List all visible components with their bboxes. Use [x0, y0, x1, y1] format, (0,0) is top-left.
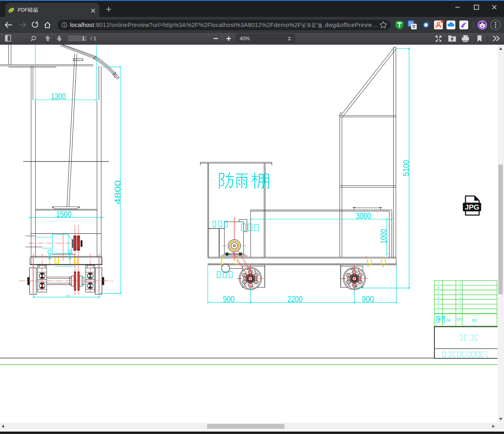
svg-text:6: 6 [437, 286, 439, 290]
svg-text:3000: 3000 [356, 211, 371, 221]
svg-text:1: 1 [459, 291, 461, 294]
svg-text:4: 4 [437, 296, 439, 299]
svg-text:1: 1 [459, 310, 461, 313]
svg-text:4800: 4800 [113, 180, 122, 204]
svg-text:1435: 1435 [65, 294, 70, 297]
svg-text:7: 7 [437, 282, 439, 285]
svg-text:900: 900 [223, 294, 235, 304]
svg-text:JPG: JPG [465, 204, 479, 211]
svg-text:1: 1 [437, 310, 439, 313]
svg-text:1: 1 [459, 286, 461, 290]
svg-text:900: 900 [362, 294, 374, 304]
svg-text:1: 1 [459, 300, 461, 304]
svg-text:1: 1 [459, 296, 461, 299]
svg-text:2: 2 [437, 305, 439, 309]
svg-text:1000: 1000 [379, 229, 388, 244]
svg-text:1300: 1300 [51, 91, 66, 101]
svg-text:3: 3 [437, 300, 439, 304]
svg-text:5100: 5100 [401, 160, 410, 176]
svg-text:1: 1 [459, 305, 461, 309]
svg-text:1500: 1500 [56, 209, 72, 219]
svg-text:2200: 2200 [288, 294, 303, 304]
svg-text:1: 1 [459, 282, 461, 285]
svg-text:5: 5 [437, 291, 439, 294]
svg-text:/ 1: / 1 [91, 35, 96, 41]
